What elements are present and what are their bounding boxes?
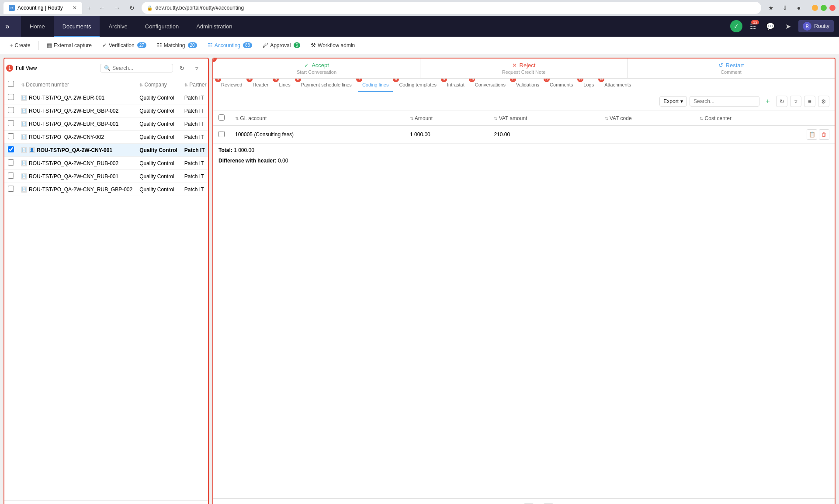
- col-gl-account[interactable]: ⇅ GL account: [230, 111, 405, 126]
- accounting-button[interactable]: ☷ Accounting 88: [203, 40, 257, 50]
- tab-attachments[interactable]: Attachments: [600, 79, 635, 92]
- arrow-icon[interactable]: ➤: [781, 19, 795, 33]
- select-all-checkbox[interactable]: [8, 81, 14, 87]
- tab-coding-lines[interactable]: Coding lines: [358, 79, 393, 92]
- table-row[interactable]: 📄 ROU-TST/PO_QA-2W-EUR_GBP-001 Quality C…: [4, 117, 208, 131]
- doc-num: ROU-TST/PO_QA-2W-EUR_GBP-001: [29, 121, 118, 127]
- coding-lines-table: ⇅ GL account ⇅ Amount ⇅ VAT amount: [213, 111, 835, 144]
- table-row[interactable]: 📄 ROU-TST/PO_QA-2W-CNY_RUB_GBP-002 Quali…: [4, 183, 208, 196]
- win-minimize[interactable]: [812, 5, 818, 11]
- col-vat-amount[interactable]: ⇅ VAT amount: [489, 111, 599, 126]
- cost-center-cell: [694, 126, 801, 144]
- win-close[interactable]: [829, 5, 836, 11]
- notifications-badge: 12: [751, 20, 759, 24]
- row-checkbox[interactable]: [8, 186, 14, 192]
- grid-row-checkbox[interactable]: [218, 131, 225, 137]
- row-checkbox[interactable]: [8, 107, 14, 113]
- vat-amount-cell: 210.00: [489, 126, 599, 144]
- messages-icon[interactable]: 💬: [763, 19, 777, 33]
- col-company[interactable]: ⇅ Company: [136, 78, 181, 91]
- left-search-input[interactable]: [112, 65, 169, 71]
- refresh-button[interactable]: ↻: [176, 62, 188, 74]
- settings-button[interactable]: ⚙: [818, 96, 829, 107]
- user-avatar: R: [803, 22, 811, 31]
- table-container: ⇅ Document number ⇅ Company ⇅ Partner: [4, 78, 208, 500]
- tab-comments[interactable]: Comments: [545, 79, 577, 92]
- export-label: Export: [663, 98, 679, 104]
- nav-configuration[interactable]: Configuration: [136, 16, 187, 37]
- copy-row-button[interactable]: 📋: [807, 129, 817, 140]
- profile-button[interactable]: ●: [793, 2, 805, 14]
- row-checkbox[interactable]: [8, 133, 14, 139]
- notifications-icon[interactable]: ☷ 12: [746, 19, 760, 33]
- grid-row[interactable]: 100005 (Consulting fees) 1 000.00 210.00…: [213, 126, 835, 144]
- app-logo[interactable]: »: [0, 16, 21, 37]
- browser-tab[interactable]: R Accounting | Routty ✕: [3, 2, 82, 14]
- win-maximize[interactable]: [821, 5, 827, 11]
- nav-documents[interactable]: Documents: [54, 16, 100, 37]
- new-tab-button[interactable]: +: [86, 3, 93, 13]
- tab-payment-schedule[interactable]: Payment schedule lines: [297, 79, 356, 92]
- status-indicator: ✓: [730, 20, 742, 32]
- back-button[interactable]: ←: [96, 2, 108, 14]
- external-capture-button[interactable]: ▦ External capture: [42, 40, 96, 50]
- col-doc-num[interactable]: ⇅ Document number: [17, 78, 136, 91]
- address-bar[interactable]: 🔒 dev.routty.be/portal/routty/#accountin…: [142, 2, 761, 14]
- nav-administration[interactable]: Administration: [187, 16, 241, 37]
- tab-close[interactable]: ✕: [73, 5, 77, 11]
- app-header: » Home Documents Archive Configuration A…: [0, 16, 839, 37]
- add-row-button[interactable]: +: [762, 96, 773, 107]
- document-icon: 📄: [21, 121, 27, 127]
- person-icon: 👤: [29, 147, 35, 153]
- approval-button[interactable]: 🖊 Approval 6: [258, 40, 305, 50]
- matching-button[interactable]: ☷ Matching 20: [153, 40, 201, 50]
- workflow-admin-button[interactable]: ⚒ Workflow admin: [306, 40, 359, 50]
- refresh-grid-button[interactable]: ↻: [776, 96, 787, 107]
- col-partner[interactable]: ⇅ Partner: [181, 78, 208, 91]
- row-checkbox[interactable]: [8, 94, 14, 100]
- table-row[interactable]: 📄 ROU-TST/PO_QA-2W-EUR-001 Quality Contr…: [4, 91, 208, 104]
- nav-archive[interactable]: Archive: [100, 16, 136, 37]
- content-search-input[interactable]: [690, 96, 759, 107]
- doc-num: ROU-TST/PO_QA-2W-CNY_RUB_GBP-002: [29, 186, 132, 193]
- user-menu[interactable]: R Routty: [798, 20, 834, 32]
- col-amount[interactable]: ⇅ Amount: [405, 111, 489, 126]
- partner-cell: Patch IT: [181, 183, 208, 196]
- col-cost-center[interactable]: ⇅ Cost center: [694, 111, 801, 126]
- delete-row-button[interactable]: 🗑: [819, 129, 829, 140]
- table-row[interactable]: 📄 ROU-TST/PO_QA-2W-CNY_RUB-002 Quality C…: [4, 157, 208, 170]
- tab-conversations[interactable]: Conversations: [471, 79, 510, 92]
- nav-home[interactable]: Home: [21, 16, 54, 37]
- table-row[interactable]: 📄 ROU-TST/PO_QA-2W-CNY_RUB-001 Quality C…: [4, 170, 208, 183]
- create-button[interactable]: + Create: [5, 40, 35, 50]
- reload-button[interactable]: ↻: [126, 2, 138, 14]
- accept-button[interactable]: ✓ Accept Start Conversation: [213, 59, 420, 78]
- verification-button[interactable]: ✓ Verification 27: [98, 40, 151, 50]
- download-button[interactable]: ⇓: [779, 2, 791, 14]
- forward-button[interactable]: →: [111, 2, 123, 14]
- filter-button[interactable]: ▿: [191, 62, 203, 74]
- vat-code-cell: [600, 126, 695, 144]
- tab-validations[interactable]: Validations: [512, 79, 544, 92]
- tab-title: Accounting | Routty: [17, 5, 63, 11]
- matching-badge: 20: [188, 42, 197, 48]
- row-checkbox[interactable]: [8, 120, 14, 126]
- grid-select-all[interactable]: [218, 114, 225, 121]
- restart-button[interactable]: ↺ Restart Comment: [628, 59, 835, 78]
- row-checkbox[interactable]: [8, 173, 14, 179]
- left-search-box[interactable]: 🔍: [100, 64, 173, 72]
- tab-reviewed[interactable]: Reviewed: [217, 79, 246, 92]
- column-filter-button[interactable]: ≡: [804, 96, 815, 107]
- tab-coding-templates[interactable]: Coding templates: [395, 79, 441, 92]
- export-dropdown[interactable]: Export ▾: [659, 96, 687, 107]
- row-checkbox[interactable]: [8, 146, 14, 152]
- row-checkbox[interactable]: [8, 159, 14, 166]
- bookmark-button[interactable]: ★: [765, 2, 777, 14]
- table-row[interactable]: 📄 ROU-TST/PO_QA-2W-CNY-002 Quality Contr…: [4, 131, 208, 144]
- table-row[interactable]: 📄 👤 ROU-TST/PO_QA-2W-CNY-001 Quality Con…: [4, 144, 208, 157]
- table-row[interactable]: 📄 ROU-TST/PO_QA-2W-EUR_GBP-002 Quality C…: [4, 104, 208, 117]
- partner-cell: Patch IT: [181, 91, 208, 104]
- col-vat-code[interactable]: ⇅ VAT code: [600, 111, 695, 126]
- reject-button[interactable]: ✕ Reject Request Credit Note: [420, 59, 628, 78]
- filter-grid-button[interactable]: ▿: [790, 96, 801, 107]
